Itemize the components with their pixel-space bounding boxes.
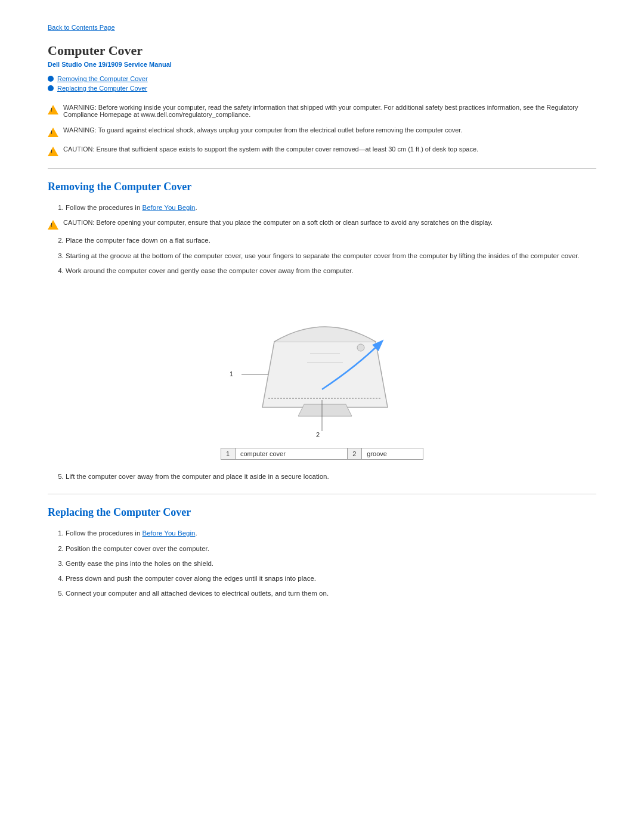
- page-title: Computer Cover: [48, 43, 596, 58]
- caption-label-2: groove: [362, 448, 423, 460]
- before-you-begin-link-2[interactable]: Before You Begin: [142, 529, 195, 537]
- removing-step-5: Lift the computer cover away from the co…: [66, 472, 596, 482]
- section-divider-1: [48, 168, 596, 169]
- warning-text-2: WARNING: To guard against electrical sho…: [63, 126, 462, 134]
- bullet-icon: [48, 76, 54, 82]
- replacing-steps-list: Follow the procedures in Before You Begi…: [66, 528, 596, 599]
- removing-step-2: Place the computer face down on a flat s…: [66, 236, 596, 246]
- replacing-step-4: Press down and push the computer cover a…: [66, 574, 596, 584]
- caption-num-2: 2: [348, 448, 362, 460]
- replacing-step-3: Gently ease the pins into the holes on t…: [66, 559, 596, 569]
- replacing-section-title: Replacing the Computer Cover: [48, 506, 596, 519]
- figure-container: 1 2 1 computer cover 2 groove: [48, 288, 596, 460]
- back-to-contents-link[interactable]: Back to Contents Page: [48, 24, 596, 31]
- removing-section-title: Removing the Computer Cover: [48, 181, 596, 193]
- svg-text:2: 2: [316, 431, 320, 438]
- replacing-step-1: Follow the procedures in Before You Begi…: [66, 528, 596, 538]
- computer-svg: 1 2: [209, 288, 435, 443]
- computer-illustration: 1 2: [209, 288, 435, 443]
- removing-step-1: Follow the procedures in Before You Begi…: [66, 203, 596, 213]
- removing-step-1-text: Follow the procedures in Before You Begi…: [66, 204, 197, 211]
- svg-point-3: [357, 344, 364, 351]
- bullet-icon: [48, 85, 54, 91]
- removing-step-5-list: Lift the computer cover away from the co…: [66, 472, 596, 482]
- svg-text:1: 1: [230, 370, 233, 377]
- warning-text-1: WARNING: Before working inside your comp…: [63, 104, 596, 118]
- caution-text-1: CAUTION: Ensure that sufficient space ex…: [63, 145, 478, 153]
- caption-num-1: 1: [221, 448, 236, 460]
- toc-item-replacing[interactable]: Replacing the Computer Cover: [48, 85, 596, 92]
- toc-link-replacing[interactable]: Replacing the Computer Cover: [57, 85, 147, 92]
- figure-caption-table: 1 computer cover 2 groove: [221, 448, 423, 460]
- warning-box-1: WARNING: Before working inside your comp…: [48, 104, 596, 118]
- caution-icon-1: [48, 147, 58, 156]
- subtitle: Dell Studio One 19/1909 Service Manual: [48, 61, 596, 68]
- warning-icon-2: [48, 128, 58, 137]
- caution-box-1: CAUTION: Ensure that sufficient space ex…: [48, 145, 596, 156]
- replacing-step-1-text: Follow the procedures in Before You Begi…: [66, 529, 197, 537]
- toc-list: Removing the Computer Cover Replacing th…: [48, 75, 596, 92]
- caution-text-2: CAUTION: Before opening your computer, e…: [63, 219, 493, 226]
- removing-step-4: Work around the computer cover and gentl…: [66, 266, 596, 276]
- removing-steps-list-2: Place the computer face down on a flat s…: [66, 236, 596, 276]
- caution-icon-2: [48, 220, 58, 230]
- toc-item-removing[interactable]: Removing the Computer Cover: [48, 75, 596, 82]
- replacing-step-2: Position the computer cover over the com…: [66, 544, 596, 554]
- replacing-step-5: Connect your computer and all attached d…: [66, 589, 596, 599]
- section-divider-2: [48, 494, 596, 494]
- warning-icon-1: [48, 105, 58, 114]
- toc-link-removing[interactable]: Removing the Computer Cover: [57, 75, 148, 82]
- caution-box-2: CAUTION: Before opening your computer, e…: [48, 219, 596, 230]
- removing-step-3: Starting at the groove at the bottom of …: [66, 251, 596, 261]
- caption-label-1: computer cover: [236, 448, 348, 460]
- warning-box-2: WARNING: To guard against electrical sho…: [48, 126, 596, 137]
- removing-steps-list: Follow the procedures in Before You Begi…: [66, 203, 596, 213]
- before-you-begin-link-1[interactable]: Before You Begin: [142, 204, 195, 211]
